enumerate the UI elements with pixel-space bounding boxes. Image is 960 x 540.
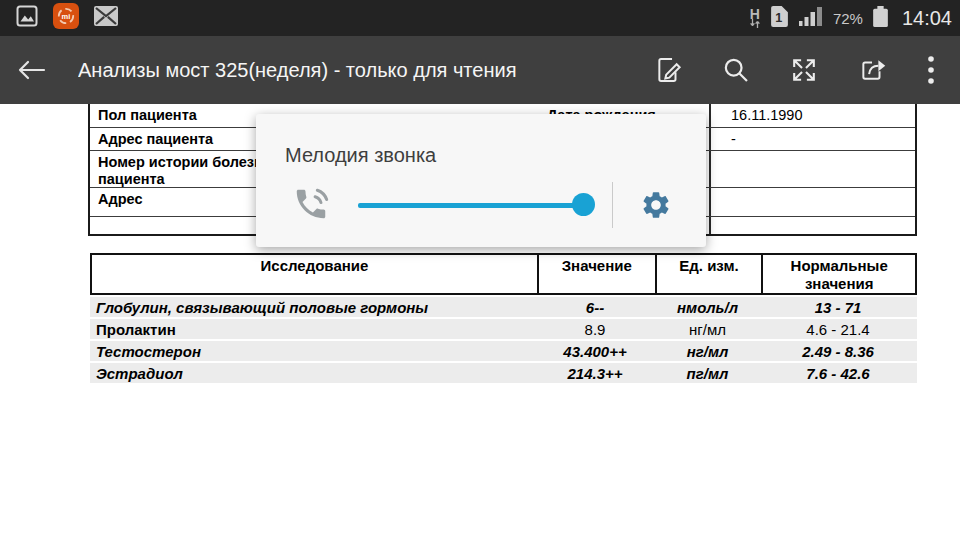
- column-header-normal: Нормальные значения: [761, 255, 915, 293]
- clock-label: 14:04: [902, 7, 952, 30]
- study-name: Пролактин: [90, 321, 536, 338]
- search-icon: [721, 55, 751, 85]
- mi-fit-icon: mi: [53, 3, 79, 33]
- table-row: Эстрадиол 214.3++ пг/мл 7.6 - 42.6: [90, 363, 917, 383]
- table-row: Пролактин 8.9 нг/мл 4.6 - 21.4: [90, 319, 917, 339]
- study-name: Тестостерон: [90, 343, 536, 360]
- sound-settings-button[interactable]: [638, 187, 674, 223]
- study-normal-range: 4.6 - 21.4: [761, 321, 915, 338]
- patient-field-label: Адрес: [90, 188, 275, 208]
- app-toolbar: Анализы мост 325(неделя) - только для чт…: [0, 36, 960, 104]
- edit-button[interactable]: [646, 50, 690, 90]
- email-icon: [94, 6, 118, 30]
- svg-text:1: 1: [775, 10, 782, 24]
- document-title: Анализы мост 325(неделя) - только для чт…: [78, 59, 516, 82]
- column-header-study: Исследование: [92, 255, 537, 293]
- gear-icon: [640, 189, 672, 221]
- share-icon: [857, 55, 887, 85]
- patient-field-label: [90, 217, 275, 220]
- notification-icons: mi: [16, 3, 118, 33]
- table-row: Глобулин, связывающий половые гормоны 6-…: [90, 297, 917, 317]
- patient-field-value: [709, 151, 915, 187]
- slider-thumb[interactable]: [572, 193, 595, 216]
- fullscreen-icon: [789, 55, 819, 85]
- study-unit: нг/мл: [654, 321, 761, 338]
- fullscreen-button[interactable]: [782, 50, 826, 90]
- edit-icon: [653, 55, 683, 85]
- slider-track[interactable]: [358, 203, 592, 208]
- study-name: Глобулин, связывающий половые гормоны: [90, 299, 536, 316]
- ringtone-volume-popup: Мелодия звонка: [256, 114, 706, 247]
- ringtone-volume-slider[interactable]: [352, 184, 602, 226]
- table-row: Тестостерон 43.400++ нг/мл 2.49 - 8.36: [90, 341, 917, 361]
- study-normal-range: 2.49 - 8.36: [761, 343, 915, 360]
- signal-strength-icon: [798, 6, 823, 30]
- patient-field-label: Номер истории болезни пациента: [90, 151, 275, 188]
- battery-icon: [873, 6, 888, 31]
- study-name: Эстрадиол: [90, 365, 536, 382]
- share-button[interactable]: [850, 50, 894, 90]
- study-unit: нмоль/л: [654, 299, 761, 316]
- study-unit: нг/мл: [654, 343, 761, 360]
- network-type-label: H: [750, 9, 760, 19]
- back-arrow-icon: [14, 57, 48, 83]
- overflow-menu-button[interactable]: [918, 50, 944, 90]
- status-bar[interactable]: mi H 1 72% 14:04: [0, 0, 960, 36]
- battery-percent-label: 72%: [833, 10, 863, 27]
- column-header-unit: Ед. изм.: [655, 255, 762, 293]
- study-value: 43.400++: [536, 343, 654, 360]
- patient-field-value: [709, 188, 915, 216]
- popup-title: Мелодия звонка: [285, 144, 436, 167]
- column-header-value: Значение: [537, 255, 655, 293]
- search-button[interactable]: [714, 50, 758, 90]
- patient-field-value: [709, 217, 915, 234]
- study-unit: пг/мл: [654, 365, 761, 382]
- status-indicators: H 1 72% 14:04: [749, 6, 952, 31]
- study-value: 6--: [536, 299, 654, 316]
- patient-field-value: -: [709, 128, 915, 150]
- patient-field-value: 16.11.1990: [709, 104, 915, 127]
- study-normal-range: 13 - 71: [761, 299, 915, 316]
- svg-text:mi: mi: [62, 12, 71, 21]
- study-normal-range: 7.6 - 42.6: [761, 365, 915, 382]
- gallery-icon: [16, 5, 38, 31]
- study-value: 214.3++: [536, 365, 654, 382]
- patient-field-label: Адрес пациента: [90, 128, 275, 148]
- sim-card-icon: 1: [771, 6, 788, 31]
- results-header-row: Исследование Значение Ед. изм. Нормальны…: [90, 253, 917, 295]
- back-button[interactable]: [14, 55, 54, 85]
- patient-field-label: Пол пациента: [90, 104, 275, 124]
- popup-divider: [612, 182, 613, 228]
- ringing-phone-icon: [292, 185, 330, 223]
- data-activity-icon: [749, 19, 761, 28]
- toolbar-actions: [646, 50, 944, 90]
- overflow-menu-icon: [927, 54, 935, 86]
- lab-results-table: Исследование Значение Ед. изм. Нормальны…: [90, 253, 917, 383]
- study-value: 8.9: [536, 321, 654, 338]
- network-type-indicator: H: [749, 9, 761, 28]
